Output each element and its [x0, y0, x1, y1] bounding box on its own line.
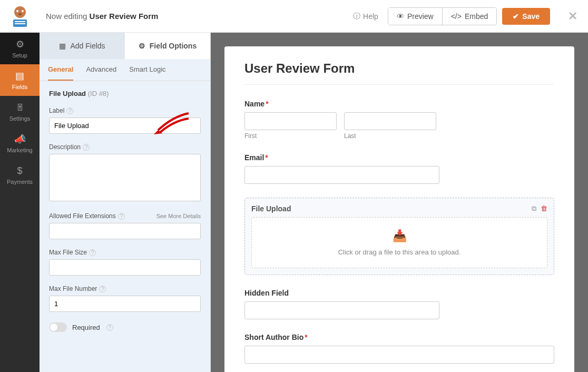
- preview-canvas: User Review Form Name* First Last Email*: [211, 33, 588, 372]
- code-icon: </>: [451, 12, 462, 21]
- required-asterisk: *: [266, 100, 268, 108]
- allowed-ext-label: Allowed File Extensions: [49, 212, 116, 220]
- bio-label: Short Author Bio: [244, 333, 303, 341]
- upload-label: File Upload: [251, 204, 291, 213]
- label-input[interactable]: [49, 118, 201, 134]
- max-size-label: Max File Size: [49, 249, 87, 256]
- subtab-general[interactable]: General: [48, 59, 73, 81]
- sliders-icon: 🎚: [15, 102, 25, 113]
- max-num-label: Max File Number: [49, 285, 97, 292]
- check-icon: ✔: [513, 12, 519, 21]
- preview-embed-group: 👁 Preview </> Embed: [388, 7, 497, 25]
- nav-settings-label: Settings: [9, 115, 31, 122]
- help-icon[interactable]: ?: [83, 144, 90, 151]
- help-icon: ⓘ: [353, 12, 360, 21]
- hidden-label: Hidden Field: [244, 289, 554, 297]
- help-link[interactable]: ⓘ Help: [353, 12, 378, 21]
- field-title: File Upload (ID #8): [49, 90, 201, 97]
- form-preview: User Review Form Name* First Last Email*: [224, 46, 574, 372]
- required-asterisk: *: [265, 153, 268, 162]
- field-email[interactable]: Email*: [244, 153, 554, 184]
- field-hidden[interactable]: Hidden Field: [244, 289, 554, 319]
- inbox-icon: 📥: [263, 229, 535, 243]
- preview-label: Preview: [407, 12, 434, 21]
- form-name: User Review Form: [90, 12, 159, 21]
- sliders-icon: ⚙: [139, 42, 145, 50]
- required-asterisk: *: [305, 333, 307, 341]
- nav-fields-label: Fields: [12, 84, 27, 90]
- delete-icon[interactable]: 🗑: [541, 204, 547, 213]
- editing-prefix: Now editing: [46, 12, 90, 21]
- left-nav: ⚙ Setup ▤ Fields 🎚 Settings 📣 Marketing …: [0, 33, 40, 372]
- help-icon[interactable]: ?: [89, 249, 96, 256]
- dollar-icon: $: [17, 165, 22, 177]
- first-name-input[interactable]: [244, 112, 337, 130]
- max-num-input[interactable]: [49, 296, 201, 312]
- gear-icon: ⚙: [16, 38, 24, 50]
- preview-button[interactable]: 👁 Preview: [388, 8, 442, 25]
- close-button[interactable]: ✕: [568, 9, 577, 23]
- nav-payments[interactable]: $ Payments: [0, 159, 40, 191]
- required-toggle[interactable]: [49, 322, 67, 332]
- last-sublabel: Last: [344, 132, 436, 140]
- tab-field-options[interactable]: ⚙ Field Options: [125, 33, 210, 59]
- subtab-smart-logic[interactable]: Smart Logic: [129, 59, 165, 81]
- svg-point-2: [22, 10, 24, 12]
- subtab-advanced[interactable]: Advanced: [86, 59, 116, 81]
- editing-label: Now editing User Review Form: [46, 12, 158, 21]
- field-name[interactable]: Name* First Last: [244, 100, 554, 140]
- description-input[interactable]: [49, 154, 201, 201]
- help-icon[interactable]: ?: [66, 107, 73, 114]
- field-type: File Upload: [49, 90, 86, 97]
- first-sublabel: First: [244, 132, 337, 140]
- app-logo: [0, 0, 40, 33]
- nav-setup[interactable]: ⚙ Setup: [0, 33, 40, 64]
- nav-settings[interactable]: 🎚 Settings: [0, 96, 40, 128]
- tab-add-fields[interactable]: ▦ Add Fields: [40, 33, 125, 59]
- bio-input[interactable]: [244, 346, 554, 364]
- embed-label: Embed: [465, 12, 488, 21]
- nav-setup-label: Setup: [12, 52, 27, 58]
- topbar: Now editing User Review Form ⓘ Help 👁 Pr…: [0, 0, 588, 33]
- help-icon[interactable]: ?: [99, 286, 106, 292]
- svg-point-1: [16, 10, 18, 12]
- field-bio[interactable]: Short Author Bio*: [244, 333, 554, 364]
- svg-point-3: [18, 13, 22, 15]
- tab-field-options-label: Field Options: [150, 42, 197, 50]
- grid-icon: ▦: [59, 42, 66, 50]
- save-button[interactable]: ✔ Save: [502, 8, 550, 25]
- field-id: (ID #8): [88, 90, 109, 97]
- max-size-input[interactable]: [49, 259, 201, 276]
- email-label: Email: [244, 153, 264, 162]
- eye-icon: 👁: [397, 12, 404, 21]
- duplicate-icon[interactable]: ⧉: [532, 204, 536, 213]
- hidden-input[interactable]: [244, 301, 439, 319]
- svg-rect-5: [15, 21, 25, 22]
- help-text: Help: [363, 12, 378, 21]
- description-field-label: Description: [49, 143, 81, 151]
- see-more-link[interactable]: See More Details: [156, 213, 201, 219]
- megaphone-icon: 📣: [14, 133, 26, 145]
- allowed-ext-input[interactable]: [49, 223, 201, 239]
- help-icon[interactable]: ?: [118, 213, 125, 220]
- required-label: Required: [72, 324, 100, 331]
- last-name-input[interactable]: [344, 112, 436, 130]
- name-label: Name: [244, 100, 264, 108]
- field-file-upload[interactable]: File Upload ⧉ 🗑 📥 Click or drag a file t…: [244, 198, 554, 275]
- label-field-label: Label: [49, 107, 64, 114]
- save-label: Save: [522, 12, 540, 21]
- email-input[interactable]: [244, 166, 439, 184]
- tab-add-fields-label: Add Fields: [70, 42, 105, 50]
- upload-dropzone[interactable]: 📥 Click or drag a file to this area to u…: [251, 217, 547, 268]
- upload-hint: Click or drag a file to this area to upl…: [263, 248, 535, 256]
- svg-rect-6: [15, 23, 25, 24]
- nav-marketing[interactable]: 📣 Marketing: [0, 128, 40, 159]
- field-options-panel: ▦ Add Fields ⚙ Field Options General Adv…: [40, 33, 211, 372]
- preview-title: User Review Form: [244, 61, 554, 85]
- form-icon: ▤: [15, 70, 24, 82]
- help-icon[interactable]: ?: [106, 324, 113, 331]
- svg-point-0: [14, 6, 26, 18]
- embed-button[interactable]: </> Embed: [442, 8, 497, 25]
- nav-fields[interactable]: ▤ Fields: [0, 64, 40, 96]
- nav-marketing-label: Marketing: [7, 147, 32, 153]
